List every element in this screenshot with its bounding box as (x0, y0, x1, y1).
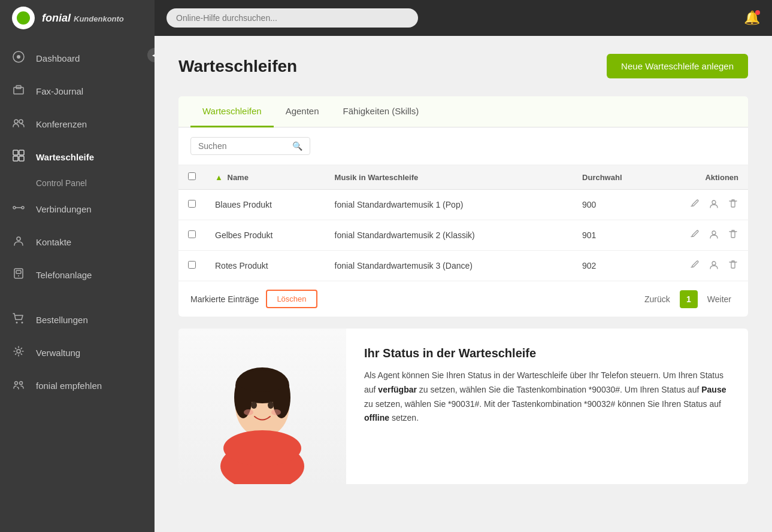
svg-point-16 (16, 322, 18, 324)
notification-bell[interactable]: 🔔 (744, 10, 760, 26)
svg-point-30 (237, 370, 287, 392)
row2-checkbox-cell (178, 220, 205, 251)
svg-point-32 (268, 402, 274, 409)
tab-warteschleifen[interactable]: Warteschleifen (190, 96, 274, 127)
row1-name: Blaues Produkt (205, 190, 325, 220)
search-area (155, 8, 744, 28)
svg-point-10 (13, 206, 16, 209)
svg-point-19 (15, 382, 18, 385)
search-bar: 🔍 (178, 127, 748, 165)
sidebar-item-kontakte[interactable]: Kontakte (0, 226, 155, 259)
row1-checkbox[interactable] (188, 200, 196, 208)
row2-agent-icon[interactable] (709, 229, 719, 242)
info-image (178, 329, 346, 484)
row1-agent-icon[interactable] (709, 198, 719, 211)
sidebar-sub-control-panel[interactable]: Control Panel (0, 174, 155, 193)
svg-point-31 (251, 402, 257, 409)
svg-point-5 (19, 120, 23, 123)
svg-point-18 (17, 349, 20, 353)
sidebar-item-dashboard[interactable]: Dashboard (0, 42, 155, 75)
svg-point-1 (17, 55, 20, 59)
row3-musik: fonial Standardwartemusik 3 (Dance) (325, 251, 573, 281)
main-content: Warteschleifen Neue Warteschleife anlege… (155, 36, 772, 532)
notification-dot (755, 10, 760, 15)
row3-actions (664, 251, 748, 281)
row1-actions (664, 190, 748, 220)
svg-rect-8 (13, 156, 18, 161)
info-verfuegbar: verfügbar (378, 385, 417, 394)
row2-delete-icon[interactable] (728, 229, 738, 242)
sidebar-nav: Dashboard Fax-Journal Konferenzen Wartes… (0, 36, 155, 408)
delete-button[interactable]: Löschen (266, 290, 317, 308)
conference-icon (12, 116, 29, 132)
row2-actions (664, 220, 748, 251)
logo-area: fonial Kundenkonto (0, 0, 155, 36)
tab-agenten[interactable]: Agenten (274, 96, 331, 127)
row2-durchwahl: 901 (573, 220, 664, 251)
row1-edit-icon[interactable] (689, 198, 700, 211)
next-button[interactable]: Weiter (703, 292, 736, 306)
svg-point-11 (22, 206, 24, 209)
fax-icon (12, 83, 29, 99)
row2-checkbox[interactable] (188, 230, 196, 238)
svg-rect-7 (19, 150, 24, 155)
footer-left: Markierte Einträge Löschen (190, 290, 317, 308)
row1-durchwahl: 900 (573, 190, 664, 220)
search-icon: 🔍 (292, 141, 302, 151)
row3-checkbox[interactable] (188, 261, 196, 269)
svg-point-35 (223, 430, 301, 466)
sidebar-item-fonial-empfehlen[interactable]: fonial empfehlen (0, 369, 155, 402)
logo-icon (12, 7, 35, 29)
row2-musik: fonial Standardwartemusik 2 (Klassik) (325, 220, 573, 251)
svg-point-22 (712, 231, 716, 235)
row3-name: Rotes Produkt (205, 251, 325, 281)
main-card: Warteschleifen Agenten Fähigkeiten (Skil… (178, 96, 748, 317)
back-button[interactable]: Zurück (640, 292, 675, 306)
select-all-checkbox[interactable] (188, 172, 196, 180)
sidebar-label-konferenzen: Konferenzen (36, 119, 87, 129)
info-title: Ihr Status in der Warteschleife (364, 346, 730, 360)
table-search-input[interactable] (198, 141, 292, 151)
table-header-row: ▲ Name Musik in Warteschleife Durchwahl … (178, 165, 748, 190)
tab-faehigkeiten[interactable]: Fähigkeiten (Skills) (331, 96, 431, 127)
row3-agent-icon[interactable] (709, 259, 719, 272)
sidebar-item-konferenzen[interactable]: Konferenzen (0, 108, 155, 141)
sidebar-item-verbindungen[interactable]: Verbindungen (0, 193, 155, 226)
svg-rect-6 (13, 150, 18, 155)
app-name: fonial Kundenkonto (42, 12, 124, 25)
row3-edit-icon[interactable] (689, 259, 700, 272)
info-section: Ihr Status in der Warteschleife Als Agen… (178, 329, 748, 484)
row3-delete-icon[interactable] (728, 259, 738, 272)
th-aktionen: Aktionen (664, 165, 748, 190)
th-musik: Musik in Warteschleife (325, 165, 573, 190)
table-row: Rotes Produkt fonial Standardwartemusik … (178, 251, 748, 281)
search-input[interactable] (166, 8, 418, 28)
sidebar-item-warteschleife[interactable]: Warteschleife (0, 141, 155, 174)
info-content: Ihr Status in der Warteschleife Als Agen… (346, 329, 748, 484)
info-pause: Pause (701, 385, 726, 394)
sidebar-item-bestellungen[interactable]: Bestellungen (0, 303, 155, 336)
svg-point-21 (712, 200, 716, 204)
sidebar-label-empfehlen: fonial empfehlen (36, 381, 102, 391)
sidebar-item-verwaltung[interactable]: Verwaltung (0, 336, 155, 369)
pagination: Zurück 1 Weiter (640, 290, 736, 308)
info-text-4: setzen. (389, 413, 419, 422)
sidebar-label-kontakte: Kontakte (36, 237, 71, 247)
info-text-3: zu setzen, wählen Sie *90031#. Mit der T… (364, 399, 721, 409)
th-checkbox (178, 165, 205, 190)
sidebar-item-fax-journal[interactable]: Fax-Journal (0, 75, 155, 108)
search-box: 🔍 (190, 137, 310, 155)
th-durchwahl: Durchwahl (573, 165, 664, 190)
info-offline: offline (364, 413, 389, 422)
new-warteschleife-button[interactable]: Neue Warteschleife anlegen (607, 54, 748, 78)
sidebar-label-verbindungen: Verbindungen (36, 204, 92, 214)
row1-delete-icon[interactable] (728, 198, 738, 211)
sidebar-item-telefonanlage[interactable]: Telefonanlage (0, 259, 155, 291)
sidebar-label-fax: Fax-Journal (36, 86, 83, 96)
row2-edit-icon[interactable] (689, 229, 700, 242)
svg-rect-14 (16, 270, 21, 273)
tabs: Warteschleifen Agenten Fähigkeiten (Skil… (178, 96, 748, 127)
page-number[interactable]: 1 (680, 290, 698, 308)
verbindungen-icon (12, 201, 29, 217)
row3-durchwahl: 902 (573, 251, 664, 281)
